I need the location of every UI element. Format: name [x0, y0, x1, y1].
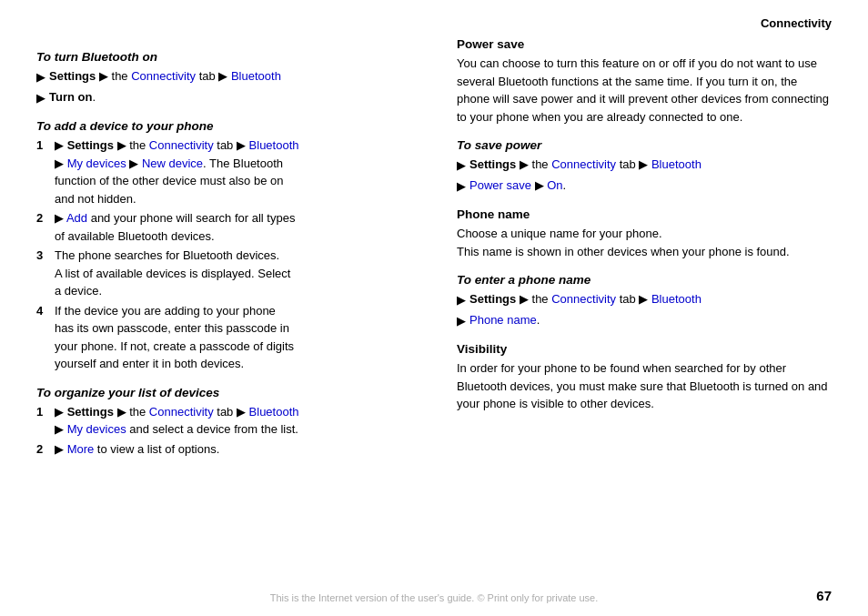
step-num-4: 4	[36, 302, 49, 373]
save-bullet-text-2: Power save ▶ On.	[469, 177, 566, 195]
section-title-visibility: Visibility	[457, 342, 832, 356]
right-column: Power save You can choose to turn this f…	[448, 37, 832, 459]
arrow-icon-1: ▶	[36, 68, 45, 86]
arrow-icon-enter-2: ▶	[457, 312, 466, 330]
section-enter-phone-name: To enter a phone name ▶ Settings ▶ the C…	[457, 273, 832, 329]
step-1: 1 ▶ Settings ▶ the Connectivity tab ▶ Bl…	[36, 136, 411, 207]
step-content-4: If the device you are adding to your pho…	[55, 302, 411, 373]
save-bullet-text-1: Settings ▶ the Connectivity tab ▶ Blueto…	[469, 156, 701, 174]
arrow-icon-enter-1: ▶	[457, 291, 466, 309]
step-content-2: ▶ Add and your phone will search for all…	[55, 209, 411, 245]
section-title-phone-name: Phone name	[457, 207, 832, 221]
save-bullet-1: ▶ Settings ▶ the Connectivity tab ▶ Blue…	[457, 156, 832, 175]
section-title-add-device: To add a device to your phone	[36, 119, 411, 133]
section-add-device: To add a device to your phone 1 ▶ Settin…	[36, 119, 411, 373]
step-num-2: 2	[36, 209, 49, 245]
phone-name-body: Choose a unique name for your phone.This…	[457, 225, 832, 260]
org-step-content-1: ▶ Settings ▶ the Connectivity tab ▶ Blue…	[55, 403, 411, 439]
section-title-power-save: Power save	[457, 37, 832, 51]
section-to-save-power: To save power ▶ Settings ▶ the Connectiv…	[457, 138, 832, 195]
step-4: 4 If the device you are adding to your p…	[36, 302, 411, 373]
page-number: 67	[816, 588, 832, 603]
enter-bullet-2: ▶ Phone name.	[457, 311, 832, 330]
step-2: 2 ▶ Add and your phone will search for a…	[36, 209, 411, 245]
step-num-1: 1	[36, 136, 49, 207]
header-title: Connectivity	[761, 16, 832, 30]
content-area: To turn Bluetooth on ▶ Settings ▶ the Co…	[0, 37, 868, 459]
org-step-num-1: 1	[36, 403, 49, 439]
bullet-line-1: ▶ Settings ▶ the Connectivity tab ▶ Blue…	[36, 67, 411, 86]
enter-bullet-1: ▶ Settings ▶ the Connectivity tab ▶ Blue…	[457, 290, 832, 309]
bullet-text-1: Settings ▶ the Connectivity tab ▶ Blueto…	[49, 67, 281, 86]
step-content-1: ▶ Settings ▶ the Connectivity tab ▶ Blue…	[55, 136, 411, 207]
step-content-3: The phone searches for Bluetooth devices…	[55, 247, 411, 300]
bullet-line-2: ▶ Turn on.	[36, 88, 411, 107]
arrow-icon-2: ▶	[36, 89, 45, 107]
step-num-3: 3	[36, 247, 49, 300]
section-title-enter-phone-name: To enter a phone name	[457, 273, 832, 287]
enter-bullet-text-1: Settings ▶ the Connectivity tab ▶ Blueto…	[469, 290, 701, 308]
org-step-content-2: ▶ More to view a list of options.	[55, 440, 411, 459]
section-power-save: Power save You can choose to turn this f…	[457, 37, 832, 126]
section-visibility: Visibility In order for your phone to be…	[457, 342, 832, 413]
section-organize-devices: To organize your list of devices 1 ▶ Set…	[36, 386, 411, 459]
arrow-icon-save-2: ▶	[457, 177, 466, 196]
footer-disclaimer: This is the Internet version of the user…	[270, 592, 599, 603]
step-3: 3 The phone searches for Bluetooth devic…	[36, 247, 411, 300]
section-title-turn-bluetooth: To turn Bluetooth on	[36, 50, 411, 64]
save-bullet-2: ▶ Power save ▶ On.	[457, 177, 832, 196]
visibility-body: In order for your phone to be found when…	[457, 359, 832, 413]
left-column: To turn Bluetooth on ▶ Settings ▶ the Co…	[36, 37, 420, 459]
section-phone-name: Phone name Choose a unique name for your…	[457, 207, 832, 260]
org-step-num-2: 2	[36, 440, 49, 459]
org-step-1: 1 ▶ Settings ▶ the Connectivity tab ▶ Bl…	[36, 403, 411, 439]
section-turn-bluetooth-on: To turn Bluetooth on ▶ Settings ▶ the Co…	[36, 50, 411, 106]
power-save-body: You can choose to turn this feature on o…	[457, 55, 832, 126]
page-footer: This is the Internet version of the user…	[0, 592, 868, 603]
bullet-text-2: Turn on.	[49, 88, 96, 106]
arrow-icon-save-1: ▶	[457, 157, 466, 175]
section-title-organize: To organize your list of devices	[36, 386, 411, 399]
org-step-2: 2 ▶ More to view a list of options.	[36, 440, 411, 459]
enter-bullet-text-2: Phone name.	[469, 311, 540, 329]
page-header: Connectivity	[0, 0, 868, 37]
section-title-to-save-power: To save power	[457, 138, 832, 152]
